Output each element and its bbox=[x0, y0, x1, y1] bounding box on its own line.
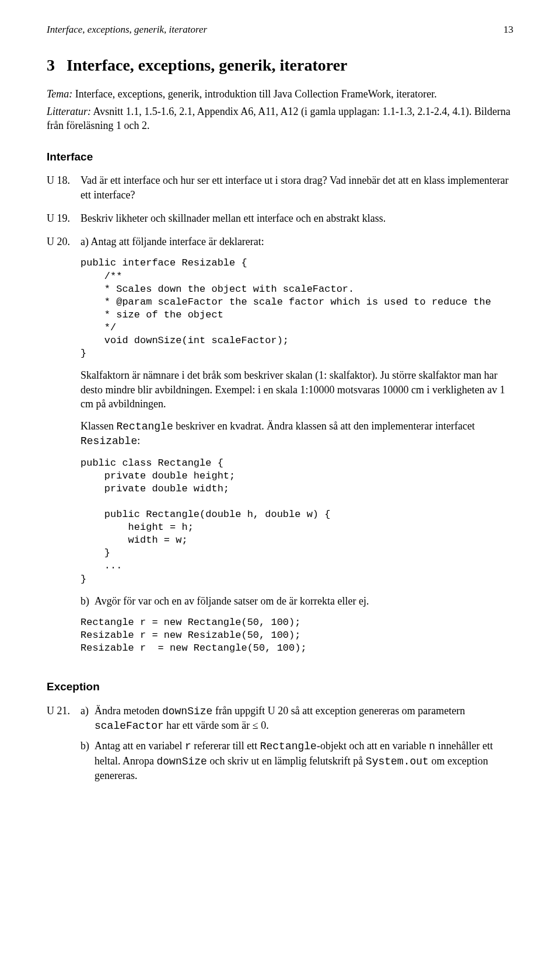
u21-b-c2: Rectangle bbox=[260, 741, 317, 752]
u20-para2b: beskriver en kvadrat. Ändra klassen så a… bbox=[173, 420, 475, 432]
u21-b-t2: refererar till ett bbox=[191, 740, 260, 752]
u21-a-t2: från uppgift U 20 så att exception gener… bbox=[212, 705, 465, 717]
item-u18-label: U 18. bbox=[47, 173, 80, 202]
item-u20-label: U 20. bbox=[47, 235, 80, 663]
page-number: 13 bbox=[503, 23, 513, 37]
tema-line: Tema: Interface, exceptions, generik, in… bbox=[47, 87, 513, 101]
item-u19-label: U 19. bbox=[47, 211, 80, 225]
item-u20-body: a) Antag att följande interface är dekla… bbox=[80, 235, 513, 663]
litteratur-label: Litteratur: bbox=[47, 106, 91, 117]
u21-b-t3: -objekt och att en variable bbox=[317, 740, 429, 752]
page: Interface, exceptions, generik, iterator… bbox=[0, 0, 560, 964]
item-u21-b-label: b) bbox=[80, 739, 94, 783]
u20-para2a: Klassen bbox=[80, 420, 117, 432]
item-u21-body: a) Ändra metoden downSize från uppgift U… bbox=[80, 704, 513, 788]
u21-a-c1: downSize bbox=[162, 705, 212, 717]
item-u19-body: Beskriv likheter och skillnader mellan e… bbox=[80, 211, 513, 225]
litteratur-line: Litteratur: Avsnitt 1.1, 1.5-1.6, 2.1, A… bbox=[47, 104, 513, 133]
item-u20-b-label: b) bbox=[80, 594, 94, 608]
u20-para2-code1: Rectangle bbox=[117, 421, 173, 432]
item-u21-a-label: a) bbox=[80, 704, 94, 734]
u21-b-c5: System.out bbox=[366, 756, 429, 767]
u21-b-t1: Antag att en variabel bbox=[94, 740, 185, 752]
tema-label: Tema: bbox=[47, 88, 72, 100]
section-title: 3Interface, exceptions, generik, iterato… bbox=[47, 54, 513, 76]
item-u20-para2: Klassen Rectangle beskriver en kvadrat. … bbox=[80, 419, 513, 449]
code-rectangle-class: public class Rectangle { private double … bbox=[80, 457, 513, 586]
u21-b-c1: r bbox=[185, 741, 191, 752]
u20-para2c: : bbox=[137, 435, 140, 446]
item-u21-b-body: Antag att en variabel r refererar till e… bbox=[94, 739, 513, 783]
item-u20-a-line: a) Antag att följande interface är dekla… bbox=[80, 235, 513, 249]
code-statements: Rectangle r = new Rectangle(50, 100); Re… bbox=[80, 616, 513, 655]
tema-text: Interface, exceptions, generik, introduk… bbox=[72, 88, 436, 100]
u21-a-t1: Ändra metoden bbox=[94, 705, 162, 717]
u21-b-c3: n bbox=[429, 741, 435, 752]
section-number: 3 bbox=[47, 54, 66, 76]
item-u20-a-text: Antag att följande interface är deklarer… bbox=[91, 236, 264, 247]
item-u19: U 19. Beskriv likheter och skillnader me… bbox=[47, 211, 513, 225]
item-u20-b-text: Avgör för var och en av följande satser … bbox=[94, 594, 513, 608]
item-u20-b: b) Avgör för var och en av följande sats… bbox=[80, 594, 513, 608]
item-u20: U 20. a) Antag att följande interface är… bbox=[47, 235, 513, 663]
item-u21-a: a) Ändra metoden downSize från uppgift U… bbox=[80, 704, 513, 734]
subhead-interface: Interface bbox=[47, 149, 513, 165]
item-u19-text: Beskriv likheter och skillnader mellan e… bbox=[80, 211, 513, 225]
code-resizable-interface: public interface Resizable { /** * Scale… bbox=[80, 257, 513, 360]
item-u18: U 18. Vad är ett interface och hur ser e… bbox=[47, 173, 513, 202]
item-u21-a-body: Ändra metoden downSize från uppgift U 20… bbox=[94, 704, 513, 734]
running-head: Interface, exceptions, generik, iterator… bbox=[47, 23, 513, 37]
item-u20-a-label: a) bbox=[80, 236, 89, 247]
subhead-exception: Exception bbox=[47, 679, 513, 694]
u21-a-t3: har ett värde som är ≤ 0. bbox=[164, 719, 269, 731]
u21-b-t5: och skriv ut en lämplig felutskrift på bbox=[207, 755, 366, 767]
item-u18-body: Vad är ett interface och hur ser ett int… bbox=[80, 173, 513, 202]
u21-a-c2: scaleFactor bbox=[94, 720, 164, 732]
u21-b-c4: downSize bbox=[156, 756, 206, 767]
u20-para2-code2: Resizable bbox=[80, 435, 137, 447]
item-u18-text: Vad är ett interface och hur ser ett int… bbox=[80, 173, 513, 202]
item-u21-label: U 21. bbox=[47, 704, 80, 788]
item-u21-b: b) Antag att en variabel r refererar til… bbox=[80, 739, 513, 783]
litteratur-text: Avsnitt 1.1, 1.5-1.6, 2.1, Appendix A6, … bbox=[47, 106, 510, 131]
item-u21: U 21. a) Ändra metoden downSize från upp… bbox=[47, 704, 513, 788]
item-u20-para1: Skalfaktorn är nämnare i det bråk som be… bbox=[80, 368, 513, 411]
section-title-text: Interface, exceptions, generik, iterator… bbox=[66, 56, 348, 74]
running-head-text: Interface, exceptions, generik, iterator… bbox=[47, 23, 207, 37]
